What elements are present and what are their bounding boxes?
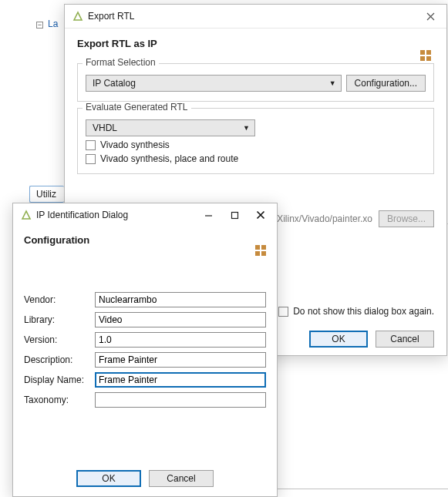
format-select[interactable]: IP Catalog ▼ <box>86 75 342 92</box>
export-cancel-button[interactable]: Cancel <box>376 331 434 348</box>
browse-button-label: Browse... <box>387 213 426 224</box>
checkbox-box <box>86 154 96 164</box>
configuration-button-label: Configuration... <box>355 78 417 89</box>
chevron-down-icon: ▼ <box>329 79 336 87</box>
export-rtl-title: Export RTL <box>88 11 134 22</box>
display-name-row: Display Name: <box>24 372 266 388</box>
ip-ok-label: OK <box>102 473 115 484</box>
svg-rect-8 <box>255 251 260 256</box>
version-input[interactable] <box>95 332 266 348</box>
vendor-row: Vendor: <box>24 292 266 307</box>
display-name-label: Display Name: <box>24 374 95 385</box>
version-label: Version: <box>24 334 95 345</box>
ip-ok-button[interactable]: OK <box>76 470 141 487</box>
format-select-value: IP Catalog <box>93 78 136 89</box>
ip-dialog-titlebar[interactable]: IP Identification Dialog <box>13 203 277 227</box>
browse-button[interactable]: Browse... <box>379 210 434 227</box>
do-not-show-checkbox[interactable]: Do not show this dialog box again. <box>278 306 434 317</box>
vendor-input[interactable] <box>95 292 266 307</box>
svg-rect-5 <box>231 212 237 218</box>
display-name-input[interactable] <box>95 372 266 388</box>
ip-dialog-title: IP Identification Dialog <box>36 210 128 220</box>
grid-icon[interactable] <box>420 50 431 61</box>
svg-rect-0 <box>420 50 425 55</box>
output-path-text: Xilinx/Vivado/painter.xo <box>277 213 372 224</box>
vivado-synth-checkbox[interactable]: Vivado synthesis <box>86 139 426 150</box>
description-input[interactable] <box>95 352 266 368</box>
export-ok-button[interactable]: OK <box>309 331 368 348</box>
minimize-button[interactable] <box>195 206 221 224</box>
checkbox-box <box>86 140 96 150</box>
chevron-down-icon: ▼ <box>243 124 250 132</box>
ip-cancel-label: Cancel <box>167 473 195 484</box>
export-cancel-label: Cancel <box>390 334 419 344</box>
export-ok-label: OK <box>332 334 345 344</box>
evaluate-rtl-legend: Evaluate Generated RTL <box>83 102 191 112</box>
ip-dialog-heading: Configuration <box>24 234 266 246</box>
vivado-synth-par-checkbox[interactable]: Vivado synthesis, place and route <box>86 153 426 164</box>
svg-rect-3 <box>426 56 431 61</box>
svg-rect-6 <box>255 245 260 250</box>
taxonomy-row: Taxonomy: <box>24 392 266 408</box>
description-row: Description: <box>24 352 266 368</box>
output-path-row: Xilinx/Vivado/painter.xo Browse... <box>277 210 434 227</box>
configuration-button[interactable]: Configuration... <box>346 75 426 92</box>
close-button[interactable] <box>419 7 442 25</box>
app-icon <box>21 210 32 220</box>
language-select[interactable]: VHDL ▼ <box>86 119 255 136</box>
svg-rect-7 <box>261 245 266 250</box>
do-not-show-label: Do not show this dialog box again. <box>293 306 434 317</box>
app-icon <box>72 11 83 22</box>
library-label: Library: <box>24 314 95 325</box>
utilization-label: Utiliz <box>36 189 56 200</box>
svg-rect-9 <box>261 251 266 256</box>
library-row: Library: <box>24 312 266 327</box>
grid-icon[interactable] <box>255 245 266 256</box>
ip-cancel-button[interactable]: Cancel <box>149 470 214 487</box>
vendor-label: Vendor: <box>24 294 95 305</box>
svg-rect-2 <box>420 56 425 61</box>
vivado-synth-par-label: Vivado synthesis, place and route <box>100 153 238 164</box>
ip-identification-dialog: IP Identification Dialog Configuration V… <box>12 203 278 497</box>
checkbox-box <box>278 307 288 317</box>
svg-rect-1 <box>426 50 431 55</box>
language-select-value: VHDL <box>93 123 117 133</box>
taxonomy-label: Taxonomy: <box>24 395 95 405</box>
maximize-button[interactable] <box>221 206 248 224</box>
tree-item-partial[interactable]: La <box>48 18 58 29</box>
close-button[interactable] <box>248 206 274 224</box>
library-input[interactable] <box>95 312 266 327</box>
tree-collapse-glyph[interactable]: − <box>36 22 43 29</box>
version-row: Version: <box>24 332 266 348</box>
bg-bottom-edge <box>276 489 448 489</box>
taxonomy-input[interactable] <box>95 392 266 408</box>
format-selection-group: Format Selection IP Catalog ▼ Configurat… <box>77 63 434 102</box>
export-rtl-heading: Export RTL as IP <box>77 38 434 49</box>
utilization-button-partial[interactable]: Utiliz <box>29 186 64 203</box>
format-selection-legend: Format Selection <box>83 57 159 68</box>
description-label: Description: <box>24 354 95 365</box>
export-rtl-titlebar[interactable]: Export RTL <box>65 5 446 29</box>
evaluate-rtl-group: Evaluate Generated RTL VHDL ▼ Vivado syn… <box>77 108 434 174</box>
vivado-synth-label: Vivado synthesis <box>100 139 170 150</box>
